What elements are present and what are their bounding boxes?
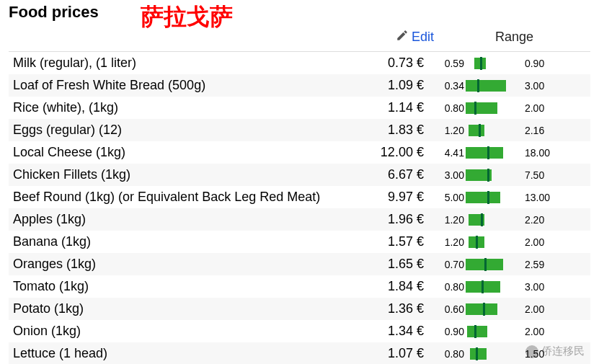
range-high: 2.59 (525, 259, 546, 270)
range-high: 2.00 (525, 236, 546, 248)
table-row: Beef Round (1kg) (or Equivalent Back Leg… (9, 186, 590, 208)
watermark-text: 侨连移民 (541, 345, 585, 358)
table-row: Onion (1kg)1.34 €0.902.00 (9, 320, 590, 342)
item-name: Rice (white), (1kg) (9, 97, 337, 119)
range-low: 0.80 (443, 281, 464, 293)
item-name: Milk (regular), (1 liter) (9, 52, 337, 75)
table-row: Banana (1kg)1.57 €1.202.00 (9, 231, 590, 253)
range-bar (466, 259, 523, 270)
item-name: Potato (1kg) (9, 298, 337, 320)
item-range: 0.602.00 (438, 298, 590, 320)
pencil-icon (396, 29, 409, 45)
item-range: 0.802.00 (438, 97, 590, 119)
item-name: Lettuce (1 head) (9, 342, 337, 364)
item-name: Chicken Fillets (1kg) (9, 164, 337, 186)
overlay-city-label: 萨拉戈萨 (141, 1, 233, 33)
item-price: 1.34 € (337, 320, 438, 342)
item-price: 12.00 € (337, 141, 438, 164)
item-name: Tomato (1kg) (9, 275, 337, 298)
item-price: 1.07 € (337, 342, 438, 364)
range-bar (466, 303, 523, 315)
item-name: Banana (1kg) (9, 231, 337, 253)
item-price: 1.84 € (337, 275, 438, 298)
item-range: 1.202.00 (438, 231, 590, 253)
table-row: Oranges (1kg)1.65 €0.702.59 (9, 253, 590, 275)
table-row: Rice (white), (1kg)1.14 €0.802.00 (9, 97, 590, 119)
item-range: 0.702.59 (438, 253, 590, 275)
range-low: 0.80 (443, 102, 464, 114)
range-low: 0.59 (443, 58, 464, 69)
range-bar (466, 169, 523, 181)
item-range: 0.902.00 (438, 320, 590, 342)
edit-label: Edit (412, 30, 434, 45)
item-range: 1.202.16 (438, 119, 590, 141)
table-row: Lettuce (1 head)1.07 €0.801.50 (9, 342, 590, 364)
range-low: 1.20 (443, 236, 464, 248)
item-range: 3.007.50 (438, 164, 590, 186)
range-high: 13.00 (525, 192, 550, 203)
range-high: 2.16 (525, 125, 546, 136)
item-range: 0.590.90 (438, 52, 590, 75)
range-bar (466, 214, 523, 226)
item-name: Eggs (regular) (12) (9, 119, 337, 141)
range-low: 1.20 (443, 125, 464, 136)
item-range: 5.0013.00 (438, 186, 590, 208)
range-low: 5.00 (443, 192, 464, 203)
item-range: 4.4118.00 (438, 141, 590, 164)
range-high: 7.50 (525, 169, 546, 181)
prices-table: Edit Range Milk (regular), (1 liter)0.73… (9, 22, 590, 364)
range-bar (466, 326, 523, 337)
item-name: Oranges (1kg) (9, 253, 337, 275)
range-low: 0.60 (443, 303, 464, 315)
item-price: 9.97 € (337, 186, 438, 208)
item-price: 1.57 € (337, 231, 438, 253)
table-row: Milk (regular), (1 liter)0.73 €0.590.90 (9, 52, 590, 75)
range-high: 3.00 (525, 80, 546, 92)
range-bar (466, 348, 523, 360)
range-bar (466, 236, 523, 248)
item-price: 6.67 € (337, 164, 438, 186)
range-bar (466, 102, 523, 114)
range-bar (466, 80, 523, 92)
item-price: 1.96 € (337, 208, 438, 231)
table-row: Potato (1kg)1.36 €0.602.00 (9, 298, 590, 320)
watermark: 侨连移民 (525, 345, 585, 358)
item-name: Apples (1kg) (9, 208, 337, 231)
table-row: Eggs (regular) (12)1.83 €1.202.16 (9, 119, 590, 141)
item-name: Onion (1kg) (9, 320, 337, 342)
item-price: 1.09 € (337, 74, 438, 97)
item-range: 0.343.00 (438, 74, 590, 97)
range-high: 2.20 (525, 214, 546, 226)
range-low: 3.00 (443, 169, 464, 181)
range-header: Range (495, 30, 533, 44)
item-price: 1.14 € (337, 97, 438, 119)
table-row: Chicken Fillets (1kg)6.67 €3.007.50 (9, 164, 590, 186)
page-title: Food prices (9, 3, 590, 22)
range-low: 1.20 (443, 214, 464, 226)
item-price: 1.36 € (337, 298, 438, 320)
item-name: Beef Round (1kg) (or Equivalent Back Leg… (9, 186, 337, 208)
range-high: 0.90 (525, 58, 546, 69)
range-high: 2.00 (525, 303, 546, 315)
table-row: Tomato (1kg)1.84 €0.803.00 (9, 275, 590, 298)
item-range: 0.803.00 (438, 275, 590, 298)
range-high: 2.00 (525, 326, 546, 337)
item-range: 1.202.20 (438, 208, 590, 231)
table-row: Apples (1kg)1.96 €1.202.20 (9, 208, 590, 231)
range-low: 0.34 (443, 80, 464, 92)
range-bar (466, 125, 523, 136)
table-row: Loaf of Fresh White Bread (500g)1.09 €0.… (9, 74, 590, 97)
range-low: 0.80 (443, 348, 464, 360)
range-bar (466, 281, 523, 293)
range-high: 2.00 (525, 102, 546, 114)
item-name: Local Cheese (1kg) (9, 141, 337, 164)
wechat-icon (525, 345, 538, 358)
table-row: Local Cheese (1kg)12.00 €4.4118.00 (9, 141, 590, 164)
range-low: 0.90 (443, 326, 464, 337)
edit-link[interactable]: Edit (396, 29, 434, 45)
range-low: 0.70 (443, 259, 464, 270)
range-bar (466, 147, 523, 159)
item-price: 1.83 € (337, 119, 438, 141)
item-price: 1.65 € (337, 253, 438, 275)
range-high: 18.00 (525, 147, 550, 159)
